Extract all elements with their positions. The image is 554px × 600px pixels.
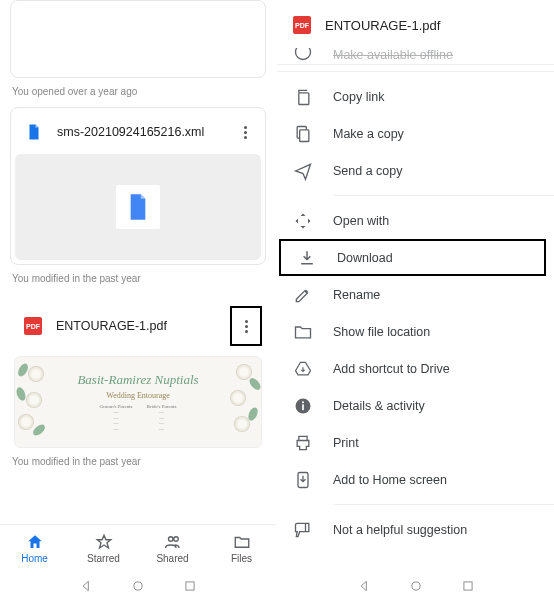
recents-button[interactable] <box>183 579 197 593</box>
svg-point-10 <box>411 582 419 590</box>
nav-home-label: Home <box>21 553 48 564</box>
menu-item-not-helpful[interactable]: Not a helpful suggestion <box>277 511 554 548</box>
pdf-icon: PDF <box>24 317 42 335</box>
sheet-file-title: ENTOURAGE-1.pdf <box>325 18 440 33</box>
drive-shortcut-icon <box>293 359 313 379</box>
more-button-highlighted[interactable] <box>230 306 262 346</box>
print-icon <box>293 433 313 453</box>
file-thumbnail-wedding: Basit-Ramirez Nuptials Wedding Entourage… <box>14 356 262 448</box>
menu-label: Download <box>337 251 393 265</box>
svg-rect-5 <box>300 129 309 141</box>
nav-starred[interactable]: Starred <box>69 533 138 564</box>
svg-point-0 <box>134 582 142 590</box>
menu-label: Add to Home screen <box>333 473 447 487</box>
menu-item-offline-cutoff[interactable]: Make available offline <box>277 48 554 62</box>
menu-item-add-shortcut[interactable]: Add shortcut to Drive <box>277 350 554 387</box>
svg-rect-3 <box>299 92 309 104</box>
offline-icon <box>293 48 313 62</box>
thumb-heading: Basit-Ramirez Nuptials <box>77 372 198 387</box>
home-button[interactable] <box>409 579 423 593</box>
nav-files[interactable]: Files <box>207 533 276 564</box>
menu-label: Print <box>333 436 359 450</box>
nav-shared[interactable]: Shared <box>138 533 207 564</box>
bottom-nav: Home Starred Shared Files <box>0 524 276 572</box>
previous-file-meta: You opened over a year ago <box>0 78 276 97</box>
nav-starred-label: Starred <box>87 553 120 564</box>
nav-home[interactable]: Home <box>0 533 69 564</box>
menu-item-make-copy[interactable]: Make a copy <box>277 115 554 152</box>
make-copy-icon <box>293 124 313 144</box>
file-thumbnail <box>15 154 261 260</box>
system-nav <box>0 572 276 600</box>
add-home-icon <box>293 470 313 490</box>
file-title: sms-20210924165216.xml <box>57 125 233 139</box>
menu-item-print[interactable]: Print <box>277 424 554 461</box>
menu-item-send-copy[interactable]: Send a copy <box>277 152 554 189</box>
send-copy-icon <box>293 161 313 181</box>
svg-point-8 <box>302 401 304 403</box>
menu-item-copy-link[interactable]: Copy link <box>277 78 554 115</box>
thumb-down-icon <box>293 520 313 540</box>
menu-item-download[interactable]: Download <box>279 239 546 276</box>
file-meta: You modified in the past year <box>0 448 276 467</box>
more-button[interactable] <box>233 120 257 144</box>
menu-label: Details & activity <box>333 399 425 413</box>
menu-label: Rename <box>333 288 380 302</box>
pdf-icon: PDF <box>293 16 311 34</box>
menu-item-details[interactable]: Details & activity <box>277 387 554 424</box>
home-button[interactable] <box>131 579 145 593</box>
back-button[interactable] <box>79 579 93 593</box>
file-list-screen: You opened over a year ago sms-202109241… <box>0 0 277 600</box>
file-actions-sheet: PDF ENTOURAGE-1.pdf Make available offli… <box>277 0 554 600</box>
previous-file-card[interactable] <box>10 0 266 78</box>
menu-item-rename[interactable]: Rename <box>277 276 554 313</box>
info-icon <box>293 396 313 416</box>
menu-label: Add shortcut to Drive <box>333 362 450 376</box>
menu-label: Not a helpful suggestion <box>333 523 467 537</box>
file-card-xml[interactable]: sms-20210924165216.xml <box>10 107 266 265</box>
svg-rect-1 <box>186 582 194 590</box>
copy-link-icon <box>293 87 313 107</box>
file-icon <box>25 123 43 141</box>
nav-files-label: Files <box>231 553 252 564</box>
back-button[interactable] <box>357 579 371 593</box>
menu-item-open-with[interactable]: Open with <box>277 202 554 239</box>
recents-button[interactable] <box>461 579 475 593</box>
menu-label: Send a copy <box>333 164 403 178</box>
sheet-header: PDF ENTOURAGE-1.pdf <box>277 0 554 48</box>
svg-rect-11 <box>463 582 471 590</box>
thumb-sub: Wedding Entourage <box>106 391 170 400</box>
folder-icon <box>293 322 313 342</box>
menu-item-show-location[interactable]: Show file location <box>277 313 554 350</box>
menu-label: Show file location <box>333 325 430 339</box>
menu-label: Copy link <box>333 90 384 104</box>
svg-point-2 <box>296 48 311 60</box>
open-with-icon <box>293 211 313 231</box>
menu-label-offline: Make available offline <box>333 48 453 62</box>
rename-icon <box>293 285 313 305</box>
system-nav <box>277 572 554 600</box>
menu-label: Make a copy <box>333 127 404 141</box>
menu-item-add-home[interactable]: Add to Home screen <box>277 461 554 498</box>
menu-label: Open with <box>333 214 389 228</box>
download-icon <box>297 248 317 268</box>
file-title: ENTOURAGE-1.pdf <box>56 319 230 333</box>
nav-shared-label: Shared <box>156 553 188 564</box>
file-card-pdf[interactable]: PDF ENTOURAGE-1.pdf <box>10 294 266 448</box>
file-meta: You modified in the past year <box>0 265 276 284</box>
svg-rect-7 <box>302 404 304 410</box>
